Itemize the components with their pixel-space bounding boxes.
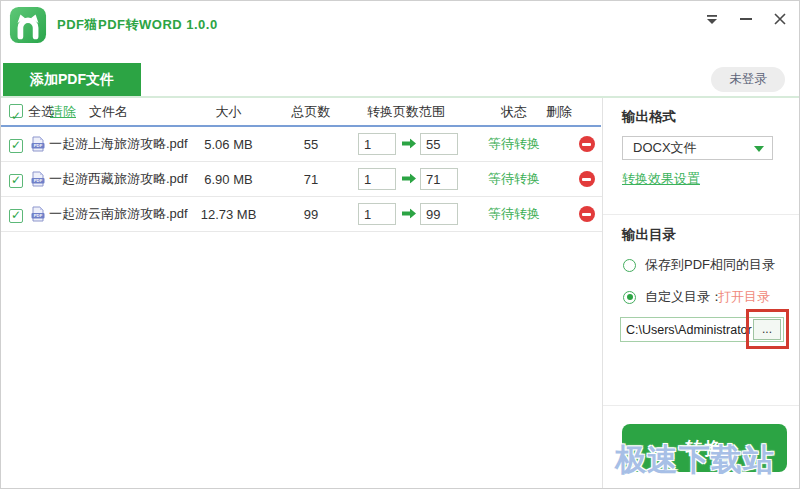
col-filename: 文件名 — [89, 98, 128, 125]
svg-text:PDF: PDF — [34, 213, 43, 218]
range-from-input[interactable] — [358, 203, 396, 225]
table-row: PDF 一起游西藏旅游攻略.pdf 6.90 MB 71 等待转换 — [1, 162, 602, 197]
delete-button[interactable] — [579, 171, 595, 187]
status-text: 等待转换 — [479, 170, 549, 188]
file-table: 全选 清除 文件名 大小 总页数 转换页数范围 状态 删除 PDF 一起游上海旅… — [1, 98, 603, 488]
range-to-input[interactable] — [420, 203, 458, 225]
close-icon[interactable] — [771, 10, 789, 28]
page-count: 99 — [276, 207, 346, 222]
col-pages: 总页数 — [276, 98, 346, 125]
custom-dir-label: 自定义目录： — [645, 288, 723, 306]
title-bar: PDF猫PDF转WORD 1.0.0 — [1, 1, 799, 51]
add-pdf-button[interactable]: 添加PDF文件 — [3, 63, 141, 96]
convert-button[interactable]: 转换 — [622, 424, 787, 472]
chevron-down-icon — [754, 146, 764, 152]
arrow-right-icon — [402, 137, 416, 152]
open-directory-link[interactable]: 打开目录 — [718, 288, 770, 306]
col-delete: 删除 — [529, 98, 589, 125]
same-dir-option[interactable]: 保存到PDF相同的目录 — [623, 256, 775, 274]
col-size: 大小 — [186, 98, 271, 125]
arrow-right-icon — [402, 172, 416, 187]
svg-text:PDF: PDF — [34, 143, 43, 148]
convert-effect-settings-link[interactable]: 转换效果设置 — [622, 170, 700, 188]
output-format-label: 输出格式 — [622, 108, 676, 126]
status-text: 等待转换 — [479, 135, 549, 153]
range-from-input[interactable] — [358, 133, 396, 155]
format-dropdown[interactable]: DOCX文件 — [622, 136, 773, 160]
row-checkbox[interactable] — [9, 174, 23, 188]
table-row: PDF 一起游云南旅游攻略.pdf 12.73 MB 99 等待转换 — [1, 197, 602, 232]
file-name: 一起游云南旅游攻略.pdf — [49, 205, 188, 223]
delete-button[interactable] — [579, 206, 595, 222]
clear-link[interactable]: 清除 — [50, 98, 76, 125]
select-all-checkbox[interactable] — [9, 104, 23, 118]
divider — [603, 214, 799, 215]
minimize-icon[interactable] — [737, 10, 755, 28]
table-header: 全选 清除 文件名 大小 总页数 转换页数范围 状态 删除 — [1, 98, 602, 125]
file-name: 一起游上海旅游攻略.pdf — [49, 135, 188, 153]
login-button[interactable]: 未登录 — [711, 67, 785, 92]
row-checkbox[interactable] — [9, 139, 23, 153]
file-size: 5.06 MB — [186, 137, 271, 152]
file-size: 6.90 MB — [186, 172, 271, 187]
main-area: 全选 清除 文件名 大小 总页数 转换页数范围 状态 删除 PDF 一起游上海旅… — [1, 98, 799, 488]
divider — [603, 405, 799, 406]
toolbar: 添加PDF文件 未登录 — [1, 51, 799, 98]
status-text: 等待转换 — [479, 205, 549, 223]
pdf-file-icon: PDF — [30, 206, 46, 222]
browse-button[interactable]: ... — [753, 319, 781, 340]
output-dir-label: 输出目录 — [622, 226, 676, 244]
pdf-file-icon: PDF — [30, 171, 46, 187]
app-logo-icon — [9, 6, 47, 44]
custom-dir-option[interactable]: 自定义目录： — [623, 288, 723, 306]
pdf-file-icon: PDF — [30, 136, 46, 152]
window-controls — [703, 7, 789, 31]
radio-unselected-icon[interactable] — [623, 259, 636, 272]
range-from-input[interactable] — [358, 168, 396, 190]
app-title: PDF猫PDF转WORD 1.0.0 — [57, 16, 218, 34]
app-window: PDF猫PDF转WORD 1.0.0 添加PDF文件 未登录 全选 清除 文件名… — [0, 0, 800, 489]
col-range: 转换页数范围 — [356, 98, 456, 125]
table-row: PDF 一起游上海旅游攻略.pdf 5.06 MB 55 等待转换 — [1, 127, 602, 162]
range-to-input[interactable] — [420, 168, 458, 190]
page-count: 71 — [276, 172, 346, 187]
file-size: 12.73 MB — [186, 207, 271, 222]
file-name: 一起游西藏旅游攻略.pdf — [49, 170, 188, 188]
arrow-right-icon — [402, 207, 416, 222]
row-checkbox[interactable] — [9, 209, 23, 223]
svg-text:PDF: PDF — [34, 178, 43, 183]
format-selected-value: DOCX文件 — [633, 140, 697, 155]
page-count: 55 — [276, 137, 346, 152]
range-to-input[interactable] — [420, 133, 458, 155]
settings-panel: 输出格式 DOCX文件 转换效果设置 输出目录 保存到PDF相同的目录 自定义目… — [603, 98, 799, 488]
same-dir-label: 保存到PDF相同的目录 — [645, 256, 775, 274]
radio-selected-icon[interactable] — [623, 291, 636, 304]
pulldown-menu-icon[interactable] — [703, 10, 721, 28]
delete-button[interactable] — [579, 136, 595, 152]
